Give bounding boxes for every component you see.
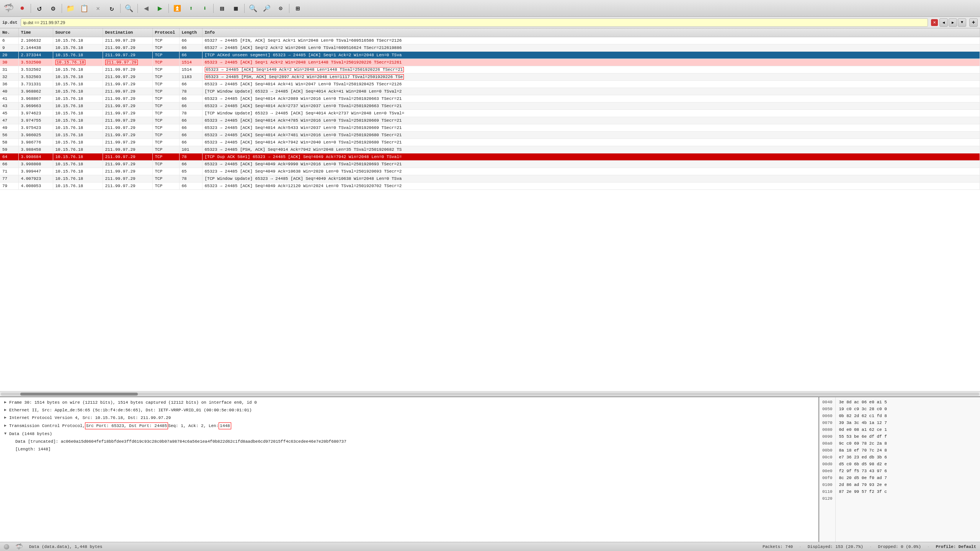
table-cell: 65323 → 24485 [ACK] Seq=4014 Ack=2089 Wi… [202, 95, 980, 102]
expand-icon[interactable]: ▶ [3, 400, 8, 405]
table-row[interactable]: 413.96886710.15.76.18211.99.97.29TCP6665… [0, 95, 980, 102]
table-row[interactable]: 303.53250010.15.76.18211.99.97.29TCP1514… [0, 59, 980, 66]
go-forward-icon[interactable]: ▶ [154, 2, 166, 15]
filter-input[interactable]: ip.dst == 211.99.97.29 [21, 18, 928, 27]
preferences-icon[interactable]: ⚙ [47, 2, 59, 15]
table-cell: TCP [152, 109, 179, 117]
table-cell: 65323 → 24485 [ACK] Seq=4014 Ack=41 Win=… [202, 80, 980, 88]
go-first-icon[interactable]: ⏫ [171, 2, 183, 15]
table-cell: 64 [0, 153, 18, 160]
profile-label: Profile: Default [936, 544, 976, 549]
table-row[interactable]: 92.14443810.15.76.18211.99.97.29TCP66653… [0, 44, 980, 51]
detail-row[interactable]: ▶Internet Protocol Version 4, Src: 10.15… [0, 414, 818, 422]
table-row[interactable]: 663.99880810.15.76.18211.99.97.29TCP6665… [0, 160, 980, 168]
detail-text: Frame 30: 1514 bytes on wire (12112 bits… [9, 399, 257, 406]
filter-right-btn[interactable]: ▶ [949, 18, 957, 27]
detail-text: Data (1448 bytes) [9, 431, 52, 437]
expand-icon[interactable]: ▶ [3, 416, 8, 420]
go-back-icon[interactable]: ◀ [140, 2, 152, 15]
expand-icon[interactable]: ▶ [3, 408, 8, 412]
col-header-time[interactable]: Time [18, 28, 53, 37]
expand-icon[interactable]: ▶ [3, 424, 8, 428]
scrollbar-thumb[interactable] [20, 393, 138, 396]
coloring-rules-icon[interactable]: ▦ [230, 2, 242, 15]
table-cell: 36 [0, 80, 18, 88]
table-row[interactable]: 323.53250310.15.76.18211.99.97.29TCP1183… [0, 73, 980, 80]
close-button[interactable]: ● [16, 2, 28, 15]
filter-bar: ip.dst ip.dst == 211.99.97.29 ✕ ◀ ▶ ▼ + [0, 17, 980, 28]
table-cell: 3.974623 [18, 109, 53, 117]
table-row[interactable]: 774.00792310.15.76.18211.99.97.29TCP78[T… [0, 175, 980, 182]
packet-list[interactable]: No. Time Source Destination Protocol Len… [0, 28, 980, 396]
scrollbar-track[interactable] [1, 393, 979, 396]
table-row[interactable]: 473.97475510.15.76.18211.99.97.29TCP6665… [0, 117, 980, 124]
table-cell: 66 [179, 102, 202, 109]
col-header-no[interactable]: No. [0, 28, 18, 37]
table-row[interactable]: 62.10663210.15.76.18211.99.97.29TCP66653… [0, 37, 980, 44]
filter-label: ip.dst [2, 20, 18, 25]
table-row[interactable]: 202.37334410.15.76.18211.99.97.29TCP66[T… [0, 51, 980, 59]
expand-icon[interactable]: ▼ [3, 432, 8, 436]
table-cell: 10.15.76.18 [53, 102, 103, 109]
table-cell: 78 [179, 88, 202, 95]
col-header-destination[interactable]: Destination [103, 28, 152, 37]
detail-row[interactable]: [Length: 1448] [0, 445, 818, 453]
detail-row[interactable]: ▶Ethernet II, Src: Apple_de:56:65 (5c:1b… [0, 406, 818, 414]
zoom-reset-icon[interactable]: ⊙ [274, 2, 287, 15]
toolbar-separator-1 [31, 4, 31, 13]
filter-dropdown-btn[interactable]: ▼ [958, 18, 966, 27]
resize-columns-icon[interactable]: ⊞ [292, 2, 304, 15]
table-cell: 211.99.97.29 [103, 73, 152, 80]
table-cell: 10.15.76.18 [53, 80, 103, 88]
packet-details[interactable]: ▶Frame 30: 1514 bytes on wire (12112 bit… [0, 397, 819, 542]
detail-row[interactable]: ▶Transmission Control Protocol, Src Port… [0, 422, 818, 430]
table-cell: 211.99.97.29 [103, 37, 152, 44]
colorize-icon[interactable]: ▤ [216, 2, 228, 15]
table-cell: 10.15.76.18 [53, 153, 103, 160]
go-up-icon[interactable]: ⬆ [185, 2, 197, 15]
filter-clear-button[interactable]: ✕ [931, 19, 938, 26]
table-row[interactable]: 583.98677610.15.76.18211.99.97.29TCP6665… [0, 139, 980, 146]
toolbar: 🦈 ● ↺ ⚙ 📁 📋 ✕ ↻ 🔍 ◀ ▶ ⏫ ⬆ ⬇ ▤ ▦ 🔍 🔎 ⊙ ⊞ [0, 0, 980, 17]
filter-left-btn[interactable]: ◀ [939, 18, 948, 27]
col-header-info[interactable]: Info [202, 28, 980, 37]
table-cell: 10.15.76.18 [53, 139, 103, 146]
table-row[interactable]: 794.00805310.15.76.18211.99.97.29TCP6665… [0, 182, 980, 189]
packet-list-container[interactable]: No. Time Source Destination Protocol Len… [0, 28, 980, 391]
table-row[interactable]: 643.99868410.15.76.18211.99.97.29TCP78[T… [0, 153, 980, 160]
table-cell: TCP [152, 182, 179, 189]
stat-separator-1: · [799, 544, 802, 549]
table-row[interactable]: 313.53250210.15.76.18211.99.97.29TCP1514… [0, 66, 980, 73]
open-capture-icon[interactable]: 📋 [78, 2, 90, 15]
table-cell: TCP [152, 131, 179, 139]
table-row[interactable]: 593.98845810.15.76.18211.99.97.29TCP1016… [0, 146, 980, 153]
detail-row[interactable]: ▶Frame 30: 1514 bytes on wire (12112 bit… [0, 399, 818, 406]
table-cell: 211.99.97.29 [103, 160, 152, 168]
horizontal-scrollbar[interactable] [0, 391, 980, 396]
table-row[interactable]: 493.97542310.15.76.18211.99.97.29TCP6665… [0, 124, 980, 131]
table-cell: [TCP ACKed unseen segment] 65323 → 24485… [202, 51, 980, 59]
table-row[interactable]: 403.96886210.15.76.18211.99.97.29TCP78[T… [0, 88, 980, 95]
go-down-icon[interactable]: ⬇ [199, 2, 211, 15]
table-cell: 65323 → 24485 [ACK] Seq=4014 Ack=2737 Wi… [202, 102, 980, 109]
reload-icon[interactable]: ↻ [106, 2, 118, 15]
stat-separator-2: · [869, 544, 872, 549]
zoom-out-icon[interactable]: 🔎 [261, 2, 273, 15]
table-row[interactable]: 453.97462310.15.76.18211.99.97.29TCP78[T… [0, 109, 980, 117]
table-row[interactable]: 363.73133110.15.76.18211.99.97.29TCP6665… [0, 80, 980, 88]
find-packet-icon[interactable]: 🔍 [123, 2, 135, 15]
zoom-in-icon[interactable]: 🔍 [247, 2, 259, 15]
close-capture-icon[interactable]: ✕ [92, 2, 104, 15]
col-header-protocol[interactable]: Protocol [152, 28, 179, 37]
col-header-source[interactable]: Source [53, 28, 103, 37]
table-row[interactable]: 713.99944710.15.76.18211.99.97.29TCP6565… [0, 168, 980, 175]
table-cell: 211.99.97.29 [103, 168, 152, 175]
detail-row[interactable]: Data [truncated]: ac06e0a15d0604fef18bbf… [0, 438, 818, 445]
open-file-icon[interactable]: 📁 [64, 2, 77, 15]
table-row[interactable]: 433.96966310.15.76.18211.99.97.29TCP6665… [0, 102, 980, 109]
col-header-length[interactable]: Length [179, 28, 202, 37]
filter-add-button[interactable]: + [969, 18, 978, 27]
restart-icon[interactable]: ↺ [33, 2, 46, 15]
table-row[interactable]: 563.98602510.15.76.18211.99.97.29TCP6665… [0, 131, 980, 139]
detail-row[interactable]: ▼Data (1448 bytes) [0, 430, 818, 438]
